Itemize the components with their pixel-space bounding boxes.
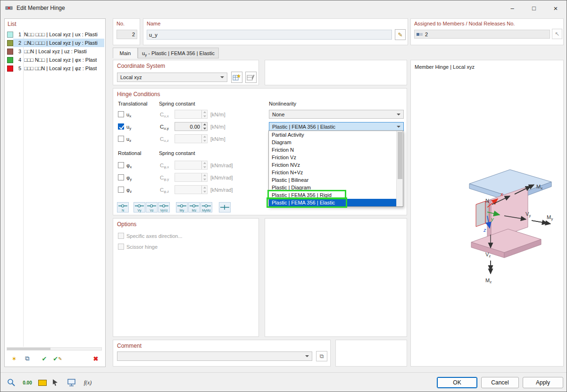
hinge-symbol-icon	[189, 203, 199, 209]
list-scrollbar-horizontal[interactable]	[7, 347, 102, 351]
checkbox-uy[interactable]	[118, 123, 124, 130]
pick-objects-button[interactable]	[50, 376, 62, 389]
coordinate-system-select[interactable]: Local xyz	[117, 73, 227, 82]
spring-label-cphiz: Cφ,z	[160, 187, 169, 193]
nonlinearity-select-ux[interactable]: None	[269, 110, 404, 119]
spring-input-cphiz[interactable]	[175, 185, 208, 194]
coordinate-system-panel: Coordinate System Local xyz	[113, 60, 259, 85]
new-hinge-button[interactable]: ✶	[8, 353, 20, 364]
diagram-title: Member Hinge | Local xyz	[415, 64, 475, 70]
checkbox-phix[interactable]	[118, 162, 124, 168]
color-swatch	[7, 32, 13, 38]
translational-header: Translational	[118, 101, 148, 106]
edit-coordinate-system-button[interactable]	[245, 72, 257, 83]
hinge-preset-mz-button[interactable]: Mz	[188, 202, 200, 212]
hinge-preset-my-button[interactable]: My	[176, 202, 188, 212]
new-coordinate-system-button[interactable]	[231, 72, 242, 83]
my-label: My	[547, 214, 553, 221]
list-item-label: □□□ □□N | Local xyz | φz : Plast	[24, 65, 97, 71]
spinner-buttons[interactable]	[201, 110, 207, 118]
spinner-buttons[interactable]	[201, 173, 207, 181]
dropdown-scrollbar[interactable]	[396, 131, 403, 206]
hinge-preset-mymz-button[interactable]: MyMz	[200, 202, 212, 212]
hinge-preset-vz-button[interactable]: Vz	[146, 202, 158, 212]
dropdown-option[interactable]: Friction NVz	[269, 161, 396, 169]
dropdown-option[interactable]: Friction Vz	[269, 154, 396, 161]
pencil-icon: ✎	[58, 356, 62, 361]
hinge-symbol-icon	[159, 203, 169, 209]
scrollbar-thumb[interactable]	[398, 132, 402, 179]
label-phiz: φz	[126, 187, 132, 193]
unit-label: [kN/m]	[210, 124, 225, 130]
checkbox-scissor-hinge[interactable]	[118, 244, 124, 250]
hinge-preset-vyvz-button[interactable]: VyVz	[158, 202, 170, 212]
vy-label: Vy	[525, 211, 531, 218]
edit-member-hinge-dialog: Edit Member Hinge – □ × List 1N□□ □□□ | …	[0, 0, 567, 392]
spinner-buttons[interactable]	[201, 186, 207, 194]
checkbox-phiz[interactable]	[118, 187, 124, 193]
spinner-buttons[interactable]	[201, 135, 207, 143]
apply-button[interactable]: Apply	[523, 377, 563, 388]
edit-name-button[interactable]: ✎	[395, 29, 406, 40]
check-edit-button[interactable]: ✔✎	[52, 353, 63, 364]
tab-uy-plastic[interactable]: uy - Plastic | FEMA 356 | Elastic	[138, 48, 219, 58]
dropdown-option[interactable]: Plastic | Bilinear	[269, 176, 396, 184]
pick-members-button[interactable]: ↖	[552, 29, 562, 39]
assigned-value-field: 2	[414, 30, 550, 39]
copy-comment-button[interactable]: ⧉	[316, 351, 327, 361]
nonlinearity-select-uy[interactable]: Plastic | FEMA 356 | Elastic	[269, 122, 404, 131]
display-settings-button[interactable]	[66, 376, 78, 389]
checkbox-uz[interactable]	[118, 136, 124, 142]
spinner-buttons[interactable]	[201, 161, 207, 169]
dropdown-option[interactable]: Friction N+Vz	[269, 169, 396, 176]
list-item[interactable]: 1N□□ □□□ | Local xyz | ux : Plasti	[6, 30, 104, 39]
list-item[interactable]: 3□□N | Local xyz | uz : Plasti	[6, 47, 104, 56]
comment-select[interactable]	[117, 351, 312, 361]
spring-input-cux[interactable]	[175, 110, 208, 119]
member-hinge-3d-view[interactable]: x y z N Mx Vy My Vz Mz	[417, 155, 558, 291]
spring-input-cphiy[interactable]	[175, 173, 208, 182]
formula-button[interactable]: f(x)	[82, 376, 94, 389]
minimize-button[interactable]: –	[501, 0, 523, 16]
checkbox-phiy[interactable]	[118, 174, 124, 180]
spinner-buttons[interactable]	[201, 122, 207, 131]
ok-button[interactable]: OK	[437, 377, 477, 388]
list-item[interactable]: 2□N□ □□□ | Local xyz | uy : Plasti	[6, 39, 104, 47]
hinge-preset-vy-button[interactable]: Vy	[133, 202, 145, 212]
dropdown-option[interactable]: Friction N	[269, 146, 396, 154]
list-item[interactable]: 5□□□ □□N | Local xyz | φz : Plast	[6, 64, 104, 73]
delete-hinge-button[interactable]: ✖	[90, 353, 101, 364]
dropdown-option[interactable]: Plastic | Diagram	[269, 184, 396, 191]
color-swatch-button[interactable]	[36, 376, 49, 389]
close-button[interactable]: ×	[545, 0, 567, 16]
spring-constant-header: Spring constant	[159, 101, 195, 106]
spring-input-cuz[interactable]	[175, 134, 208, 143]
check-button[interactable]: ✔	[39, 353, 50, 364]
hinge-preset-clear-button[interactable]	[219, 202, 231, 212]
decimal-places-button[interactable]: 0.00	[21, 376, 33, 389]
check-icon: ✔	[53, 355, 58, 362]
color-swatch-icon	[38, 380, 47, 386]
dropdown-option[interactable]: Partial Activity	[269, 131, 396, 139]
cancel-button[interactable]: Cancel	[481, 377, 519, 388]
coordinate-system-label: Coordinate System	[117, 63, 165, 69]
dropdown-option[interactable]: Plastic | FEMA 356 | Rigid	[269, 191, 396, 199]
dropdown-option[interactable]: Diagram	[269, 139, 396, 146]
details-button[interactable]	[5, 376, 17, 389]
new-star-icon: ✶	[12, 355, 17, 362]
dropdown-option-selected[interactable]: Plastic | FEMA 356 | Elastic	[269, 199, 396, 206]
hinge-preset-n-button[interactable]: N	[117, 202, 129, 212]
list-item[interactable]: 4□□□ N□□ | Local xyz | φx : Plast	[6, 56, 104, 64]
diagram-panel[interactable]: Member Hinge | Local xyz	[410, 60, 564, 367]
name-input[interactable]	[147, 30, 392, 40]
scrollbar-thumb[interactable]	[7, 348, 50, 350]
spring-input-cphix[interactable]	[175, 161, 208, 170]
tab-main[interactable]: Main	[113, 48, 138, 58]
copy-hinge-button[interactable]: ⧉	[22, 353, 33, 364]
checkbox-ux[interactable]	[118, 111, 124, 117]
maximize-button[interactable]: □	[523, 0, 545, 16]
unit-label: [kNm/rad]	[210, 187, 233, 193]
checkbox-specific-axes[interactable]	[118, 233, 124, 239]
list-item-label: □□□ N□□ | Local xyz | φx : Plast	[24, 57, 97, 63]
spring-input-cuy[interactable]	[175, 122, 208, 131]
